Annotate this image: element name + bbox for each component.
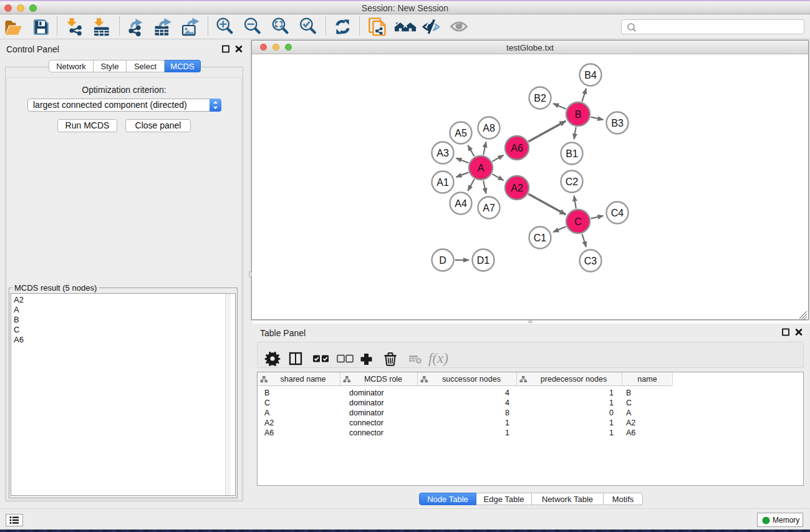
svg-text:A8: A8 <box>483 123 495 133</box>
svg-text:A5: A5 <box>455 128 467 138</box>
svg-text:D: D <box>439 255 446 266</box>
svg-text:B4: B4 <box>584 70 597 80</box>
svg-text:B2: B2 <box>534 93 546 104</box>
svg-text:A1: A1 <box>436 177 449 188</box>
svg-text:A6: A6 <box>511 143 523 153</box>
svg-text:A: A <box>478 163 485 173</box>
svg-text:C4: C4 <box>611 208 624 218</box>
svg-text:C: C <box>574 216 582 227</box>
svg-text:B3: B3 <box>611 118 624 128</box>
svg-text:A3: A3 <box>436 148 449 158</box>
svg-text:C3: C3 <box>584 256 597 266</box>
svg-text:B1: B1 <box>566 148 578 159</box>
svg-text:C2: C2 <box>566 177 579 187</box>
svg-text:C1: C1 <box>534 233 547 243</box>
svg-text:A7: A7 <box>483 203 495 213</box>
svg-text:A4: A4 <box>455 198 467 209</box>
svg-text:f(x): f(x) <box>428 351 448 366</box>
svg-text:B: B <box>575 109 582 120</box>
svg-text:A2: A2 <box>511 183 523 193</box>
svg-text:D1: D1 <box>477 255 490 266</box>
